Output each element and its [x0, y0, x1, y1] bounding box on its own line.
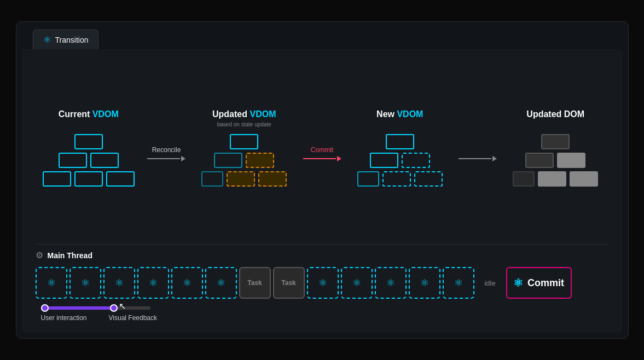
tree-node: [74, 134, 103, 149]
updated-vdom-tree: [201, 134, 287, 187]
new-vdom-column: New VDOM: [347, 109, 454, 187]
updated-dom-text: Updated DOM: [526, 109, 584, 119]
dom-node: [541, 134, 570, 149]
updated-dom-title: Updated DOM: [526, 109, 584, 119]
main-thread-header: ⚙ Main Thread: [36, 250, 609, 260]
dom-node-light: [570, 171, 598, 187]
to-dom-arrow: [459, 135, 497, 161]
transition-tab[interactable]: ⚛ Transition: [33, 30, 99, 49]
reconcile-arrow: Reconcile: [147, 135, 185, 161]
arrow-shaft: [147, 158, 180, 159]
slider-fill: [41, 306, 118, 310]
slider-thumb-left[interactable]: [41, 304, 49, 312]
thread-react-8: ⚛: [341, 267, 373, 299]
thread-react-10: ⚛: [409, 267, 440, 299]
react-tab-icon: ⚛: [43, 34, 51, 45]
tree-node: [59, 153, 87, 168]
commit-arrow-line: [303, 156, 341, 161]
tree-node-dashed: [402, 153, 430, 168]
thread-react-7: ⚛: [307, 267, 339, 299]
tree-node-dashed: [414, 171, 443, 187]
current-vdom-colored: VDOM: [92, 109, 119, 119]
tree-node: [370, 153, 398, 168]
updated-vdom-title: Updated VDOM: [212, 109, 276, 119]
commit-arrow: Commit: [303, 135, 341, 161]
updated-vdom-subtitle: based on state update: [217, 121, 271, 127]
thread-react-3: ⚛: [103, 267, 135, 299]
section-divider: [36, 244, 609, 245]
thread-react-2: ⚛: [69, 267, 101, 299]
reconcile-arrow-line: [147, 156, 185, 161]
thread-task-1: Task: [239, 267, 271, 299]
thread-react-11: ⚛: [443, 267, 474, 299]
updated-vdom-colored: VDOM: [250, 109, 276, 119]
slider-section: ↖ User interaction Visual Feedback: [41, 306, 609, 322]
tree-node: [201, 171, 223, 187]
gear-icon: ⚙: [36, 250, 43, 260]
arrow-head-2: [492, 156, 497, 161]
to-dom-arrow-line: [459, 156, 497, 161]
tree-node: [214, 153, 242, 168]
thread-react-6: ⚛: [205, 267, 237, 299]
thread-timeline: ⚛ ⚛ ⚛ ⚛ ⚛ ⚛ Task Task ⚛ ⚛ ⚛ ⚛ ⚛ idle ⚛: [36, 267, 609, 299]
main-container: ⚛ Transition Current VDOM: [16, 21, 629, 339]
tree-node: [90, 153, 119, 168]
tree-node: [386, 134, 414, 149]
slider-label-left: User interaction: [41, 314, 87, 322]
commit-button-label: Commit: [527, 277, 564, 289]
tree-node-changed: [246, 153, 274, 168]
dom-node-light: [557, 153, 585, 168]
tree-node-changed: [258, 171, 287, 187]
new-vdom-colored: VDOM: [397, 109, 423, 119]
new-vdom-title: New VDOM: [376, 109, 423, 119]
slider-thumb-right[interactable]: [110, 304, 118, 312]
tree-node: [106, 171, 135, 187]
commit-label: Commit: [311, 146, 333, 154]
arrow-head: [181, 156, 185, 161]
tree-node: [43, 171, 71, 187]
thread-idle: idle: [477, 267, 504, 299]
commit-react-icon: ⚛: [513, 276, 523, 289]
updated-dom-tree: [513, 134, 598, 187]
tab-bar: ⚛ Transition: [16, 22, 628, 49]
arrow-shaft-red: [303, 158, 336, 159]
updated-dom-column: Updated DOM: [502, 109, 609, 187]
tree-node: [230, 134, 258, 149]
arrow-shaft-2: [459, 158, 491, 159]
tree-node: [74, 171, 103, 187]
dom-node-light: [538, 171, 566, 187]
thread-react-1: ⚛: [36, 267, 67, 299]
tab-label: Transition: [55, 36, 89, 44]
tree-node-changed: [227, 171, 255, 187]
slider-track[interactable]: ↖: [41, 306, 150, 310]
dom-node: [525, 153, 554, 168]
main-thread-section: ⚙ Main Thread ⚛ ⚛ ⚛ ⚛ ⚛ ⚛ Task Task ⚛ ⚛ …: [36, 250, 609, 322]
vdom-section: Current VDOM: [36, 60, 609, 236]
current-vdom-tree: [43, 134, 135, 187]
commit-button[interactable]: ⚛ Commit: [506, 267, 572, 299]
main-thread-title: Main Thread: [48, 251, 92, 260]
current-vdom-title: Current VDOM: [59, 109, 119, 119]
thread-react-9: ⚛: [375, 267, 407, 299]
current-vdom-column: Current VDOM: [36, 109, 142, 187]
dom-node: [513, 171, 535, 187]
thread-react-4: ⚛: [137, 267, 169, 299]
updated-vdom-column: Updated VDOM based on state update: [191, 109, 298, 187]
new-vdom-tree: [357, 134, 443, 187]
content-area: Current VDOM: [22, 49, 623, 333]
reconcile-label: Reconcile: [152, 146, 181, 154]
arrow-head-red: [337, 156, 341, 161]
slider-labels: User interaction Visual Feedback: [41, 314, 158, 322]
tree-node: [357, 171, 379, 187]
tree-node-dashed: [382, 171, 411, 187]
thread-task-2: Task: [273, 267, 305, 299]
to-dom-label: [477, 146, 478, 154]
slider-label-right: Visual Feedback: [109, 314, 158, 322]
thread-react-5: ⚛: [171, 267, 203, 299]
cursor-pointer: ↖: [119, 301, 126, 311]
